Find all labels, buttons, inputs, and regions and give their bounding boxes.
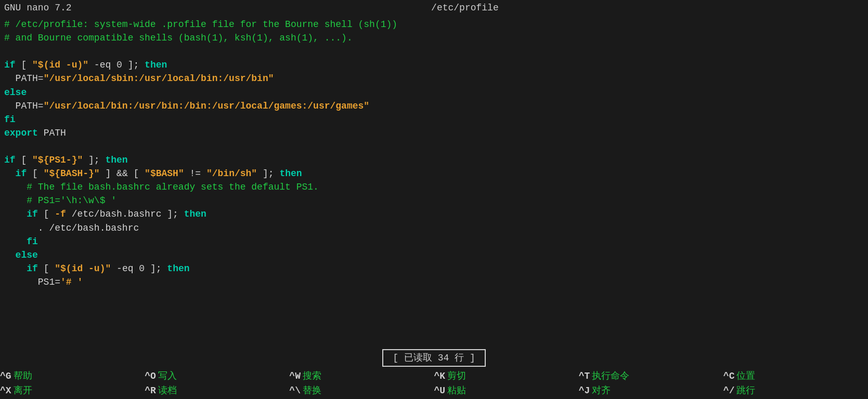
- shortcut-label: 位置: [736, 369, 755, 383]
- shortcut-label: 帮助: [14, 369, 32, 383]
- shortcut-key: ^\: [289, 384, 301, 397]
- editor-line: fi: [0, 235, 868, 248]
- editor-line: if [ "$(id -u)" -eq 0 ]; then: [0, 262, 868, 275]
- shortcut-key: ^O: [145, 369, 156, 383]
- shortcut-label: 对齐: [592, 384, 611, 397]
- title-bar: GNU nano 7.2 /etc/profile: [0, 0, 868, 16]
- editor-line: # PS1='\h:\w\$ ': [0, 194, 868, 207]
- editor-line: fi: [0, 113, 868, 126]
- shortcut-label: 写入: [158, 369, 177, 383]
- shortcut-item[interactable]: ^O写入: [145, 369, 289, 383]
- app-title: GNU nano 7.2: [4, 1, 72, 15]
- shortcut-item[interactable]: ^U粘贴: [434, 383, 579, 398]
- editor-line: if [ -f /etc/bash.bashrc ]; then: [0, 207, 868, 221]
- shortcut-key: ^X: [0, 384, 11, 397]
- shortcut-key: ^J: [579, 384, 590, 397]
- shortcut-key: ^/: [723, 384, 735, 397]
- editor-line: else: [0, 248, 868, 262]
- status-message: [ 已读取 34 行 ]: [382, 349, 485, 367]
- shortcut-label: 替换: [303, 384, 321, 397]
- shortcut-key: ^C: [723, 369, 735, 383]
- editor-line: if [ "${PS1-}" ]; then: [0, 153, 868, 167]
- shortcut-item[interactable]: ^W搜索: [289, 369, 434, 383]
- editor-line: export PATH: [0, 126, 868, 140]
- shortcut-key: ^T: [579, 369, 590, 383]
- file-name: /etc/profile: [431, 1, 499, 15]
- editor-line: [0, 140, 868, 153]
- shortcut-item[interactable]: ^/跳行: [723, 383, 868, 398]
- shortcut-row-2: ^X离开^R读档^\替换^U粘贴^J对齐^/跳行: [0, 383, 868, 398]
- shortcut-item[interactable]: ^R读档: [145, 383, 289, 398]
- shortcut-item[interactable]: ^\替换: [289, 383, 434, 398]
- shortcut-item[interactable]: ^C位置: [723, 369, 868, 383]
- shortcut-item[interactable]: ^X离开: [0, 383, 145, 398]
- editor-line: # and Bourne compatible shells (bash(1),…: [0, 31, 868, 45]
- editor-line: PS1='# ': [0, 275, 868, 289]
- status-bar: [ 已读取 34 行 ]: [0, 348, 868, 368]
- shortcut-item[interactable]: ^T执行命令: [579, 369, 723, 383]
- editor-area[interactable]: # /etc/profile: system-wide .profile fil…: [0, 16, 868, 348]
- shortcut-key: ^U: [434, 384, 446, 397]
- editor-line: if [ "$(id -u)" -eq 0 ]; then: [0, 58, 868, 72]
- shortcut-key: ^G: [0, 369, 11, 383]
- shortcut-label: 读档: [158, 384, 177, 397]
- shortcut-label: 跳行: [736, 384, 755, 397]
- shortcut-key: ^R: [145, 384, 156, 397]
- shortcut-label: 剪切: [447, 369, 466, 383]
- shortcut-key: ^K: [434, 369, 446, 383]
- editor-line: [0, 45, 868, 58]
- editor-line: PATH="/usr/local/sbin:/usr/local/bin:/us…: [0, 72, 868, 85]
- shortcut-item[interactable]: ^J对齐: [579, 383, 723, 398]
- shortcut-row-1: ^G帮助^O写入^W搜索^K剪切^T执行命令^C位置: [0, 369, 868, 383]
- editor-line: # /etc/profile: system-wide .profile fil…: [0, 18, 868, 31]
- shortcut-label: 粘贴: [447, 384, 466, 397]
- title-right: [858, 1, 864, 15]
- shortcut-label: 执行命令: [592, 369, 629, 383]
- shortcut-item[interactable]: ^K剪切: [434, 369, 579, 383]
- editor-line: if [ "${BASH-}" ] && [ "$BASH" != "/bin/…: [0, 167, 868, 180]
- shortcut-item[interactable]: ^G帮助: [0, 369, 145, 383]
- editor-line: # The file bash.bashrc already sets the …: [0, 180, 868, 194]
- editor-line: . /etc/bash.bashrc: [0, 221, 868, 235]
- shortcut-key: ^W: [289, 369, 301, 383]
- shortcut-label: 离开: [14, 384, 32, 397]
- shortcut-label: 搜索: [303, 369, 321, 383]
- shortcut-bar: ^G帮助^O写入^W搜索^K剪切^T执行命令^C位置 ^X离开^R读档^\替换^…: [0, 368, 868, 399]
- editor-line: else: [0, 86, 868, 99]
- editor-line: PATH="/usr/local/bin:/usr/bin:/bin:/usr/…: [0, 99, 868, 113]
